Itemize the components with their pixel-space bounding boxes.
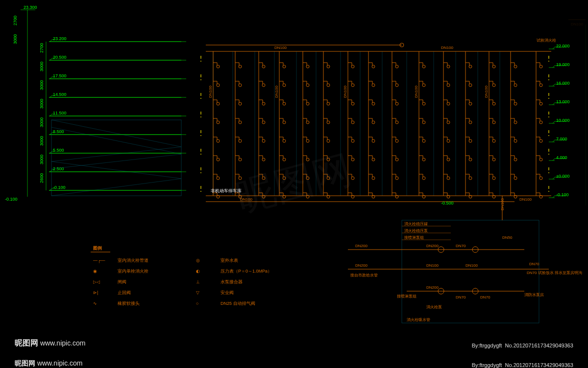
svg-text:2700: 2700 (13, 16, 18, 25)
svg-point-145 (306, 177, 309, 180)
svg-point-217 (492, 121, 495, 124)
svg-text:14.500: 14.500 (53, 92, 67, 97)
svg-point-190 (422, 139, 425, 142)
svg-text:—┌—: —┌— (93, 258, 105, 263)
svg-point-220 (492, 177, 495, 180)
svg-point-179 (395, 121, 398, 124)
svg-text:⊳|: ⊳| (93, 290, 98, 295)
svg-point-121 (262, 84, 265, 87)
svg-point-104 (217, 102, 220, 105)
svg-point-181 (395, 158, 398, 161)
svg-text:-0.100: -0.100 (556, 192, 569, 197)
svg-point-161 (351, 121, 354, 124)
svg-text:4.000: 4.000 (556, 155, 567, 160)
svg-line-67 (51, 154, 181, 169)
svg-point-112 (239, 84, 242, 87)
svg-text:试验消火栓: 试验消火栓 (537, 38, 556, 43)
svg-text:◐: ◐ (196, 269, 200, 274)
svg-point-162 (351, 139, 354, 142)
svg-point-176 (395, 65, 398, 68)
svg-point-105 (217, 121, 220, 124)
garage-note: 非机动车停车库 (211, 188, 242, 193)
svg-text:DN100: DN100 (519, 197, 532, 202)
svg-point-218 (492, 139, 495, 142)
svg-point-102 (217, 65, 220, 68)
svg-text:-0.100: -0.100 (5, 197, 18, 202)
svg-point-139 (306, 65, 309, 68)
svg-text:2700: 2700 (39, 43, 44, 53)
svg-point-237 (539, 158, 542, 161)
svg-text:16.000: 16.000 (556, 81, 570, 86)
svg-point-113 (239, 102, 242, 105)
byline-dup: By:ftrggdygft No.20120716173429049363 (472, 362, 573, 368)
svg-point-235 (539, 121, 542, 124)
svg-point-205 (469, 84, 472, 87)
cad-drawing: DN100 23.300 2700 3000 -0.100 23.20020.5… (0, 0, 588, 368)
svg-point-133 (283, 121, 286, 124)
legend: 图例 —┌—室内消火栓管道◉室内单栓消火栓▷◁闸阀⊳|止回阀∿橡胶软接头◎室外水… (91, 246, 272, 306)
svg-point-199 (447, 139, 450, 142)
svg-point-124 (262, 139, 265, 142)
svg-point-154 (327, 177, 330, 180)
svg-point-111 (239, 65, 242, 68)
svg-point-160 (351, 102, 354, 105)
svg-point-225 (514, 102, 517, 105)
svg-text:闸阀: 闸阀 (118, 279, 126, 284)
watermark: 昵图网 www.nipic.com (15, 338, 85, 348)
svg-point-210 (469, 177, 472, 180)
svg-text:消火栓稳压罐: 消火栓稳压罐 (404, 222, 428, 226)
svg-point-173 (372, 177, 375, 180)
svg-point-106 (217, 139, 220, 142)
svg-point-135 (283, 158, 286, 161)
svg-point-141 (306, 102, 309, 105)
right-elevations: 22.00019.00016.00013.00010.0007.0004.000… (549, 44, 570, 198)
left-elevations: 23.20020.500270017.500300014.500300011.5… (39, 36, 181, 190)
outer-dim-column: 23.300 2700 3000 -0.100 (5, 5, 37, 202)
svg-text:DN100: DN100 (274, 86, 279, 98)
svg-text:DN200: DN200 (426, 285, 439, 290)
svg-point-232 (539, 65, 542, 68)
svg-point-168 (372, 84, 375, 87)
svg-text:13.000: 13.000 (556, 99, 570, 104)
svg-text:橡胶软接头: 橡胶软接头 (118, 301, 140, 306)
svg-text:11.500: 11.500 (53, 111, 67, 115)
svg-point-148 (327, 65, 330, 68)
svg-text:⊥: ⊥ (196, 279, 200, 284)
svg-point-126 (262, 177, 265, 180)
svg-text:压力表（P＝0～1.0MPa）: 压力表（P＝0～1.0MPa） (220, 269, 272, 274)
svg-text:消火栓稳压泵: 消火栓稳压泵 (404, 229, 428, 233)
svg-point-159 (351, 84, 354, 87)
svg-text:○: ○ (196, 301, 198, 306)
svg-point-123 (262, 121, 265, 124)
svg-point-223 (514, 65, 517, 68)
svg-text:DN100: DN100 (441, 46, 453, 50)
svg-point-192 (422, 177, 425, 180)
svg-text:3000: 3000 (39, 136, 44, 146)
svg-text:23.200: 23.200 (53, 36, 67, 41)
svg-point-228 (514, 158, 517, 161)
svg-text:DN200: DN200 (426, 244, 439, 248)
svg-text:3000: 3000 (39, 155, 44, 164)
svg-point-206 (469, 102, 472, 105)
svg-point-224 (514, 84, 517, 87)
svg-point-238 (539, 177, 542, 180)
svg-point-150 (327, 102, 330, 105)
svg-text:DN25 自动排气阀: DN25 自动排气阀 (220, 301, 255, 306)
svg-point-233 (539, 84, 542, 87)
svg-text:室外水表: 室外水表 (220, 258, 238, 263)
svg-text:接喷淋泵组: 接喷淋泵组 (404, 235, 424, 240)
svg-point-144 (306, 158, 309, 161)
svg-point-209 (469, 158, 472, 161)
svg-text:DN100: DN100 (343, 86, 347, 98)
svg-point-117 (239, 177, 242, 180)
svg-text:接喷淋泵组: 接喷淋泵组 (397, 294, 416, 299)
svg-point-151 (327, 121, 330, 124)
svg-text:-0.500: -0.500 (441, 201, 454, 206)
svg-text:3000: 3000 (39, 117, 44, 127)
svg-point-167 (372, 65, 375, 68)
svg-point-204 (469, 65, 472, 68)
svg-point-153 (327, 158, 330, 161)
svg-point-234 (539, 102, 542, 105)
svg-text:3000: 3000 (39, 62, 44, 71)
svg-text:消火栓泵: 消火栓泵 (426, 305, 442, 309)
